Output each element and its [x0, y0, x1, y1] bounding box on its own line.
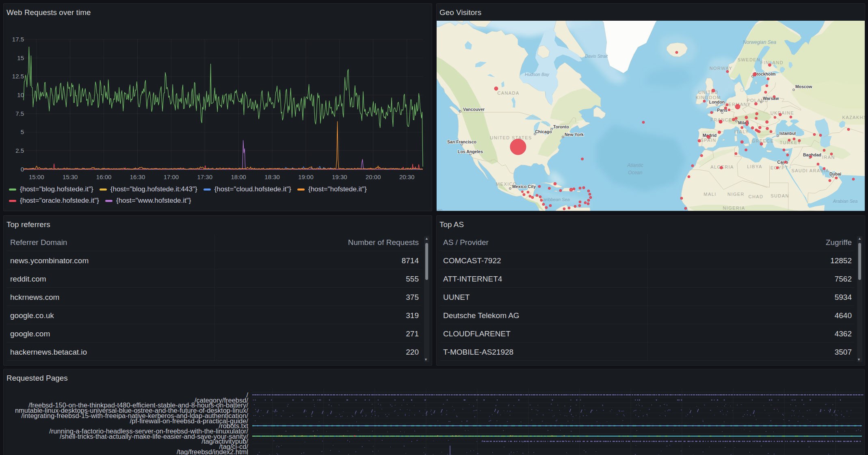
svg-text:NIGER: NIGER	[727, 192, 745, 197]
svg-text:CANADA: CANADA	[497, 91, 519, 95]
svg-text:Ocean: Ocean	[628, 170, 643, 176]
svg-text:19:00: 19:00	[298, 173, 314, 180]
svg-text:Arabian Sea: Arabian Sea	[833, 199, 858, 204]
svg-text:TURKEY: TURKEY	[779, 140, 801, 145]
svg-text:Davis Strait: Davis Strait	[585, 54, 608, 58]
svg-text:15:30: 15:30	[63, 173, 78, 180]
svg-text:Warsaw: Warsaw	[763, 96, 779, 101]
svg-text:UNITED: UNITED	[698, 90, 718, 95]
svg-text:15:00: 15:00	[29, 173, 44, 180]
svg-text:Baghdad: Baghdad	[803, 152, 821, 157]
svg-text:New York: New York	[565, 132, 584, 137]
svg-text:San Francisco: San Francisco	[447, 139, 476, 144]
svg-text:10: 10	[17, 91, 24, 98]
svg-text:Istanbul: Istanbul	[779, 131, 796, 136]
svg-text:Caribbean Sea: Caribbean Sea	[540, 197, 569, 202]
svg-text:Dubai: Dubai	[829, 171, 841, 176]
svg-text:Vancouver: Vancouver	[463, 107, 485, 112]
svg-text:2.5: 2.5	[15, 147, 24, 154]
svg-text:NORWAY: NORWAY	[710, 66, 732, 71]
svg-text:5: 5	[21, 128, 24, 135]
svg-text:Atlantic: Atlantic	[627, 162, 643, 168]
svg-text:CHAD: CHAD	[749, 194, 764, 199]
svg-text:GREECE: GREECE	[752, 139, 774, 143]
svg-text:Toronto: Toronto	[553, 124, 569, 129]
svg-text:SWEDEN: SWEDEN	[738, 57, 761, 62]
svg-text:ITALY: ITALY	[734, 129, 749, 134]
svg-text:17:30: 17:30	[197, 173, 213, 180]
svg-text:Chicago: Chicago	[535, 129, 552, 134]
svg-text:EGYPT: EGYPT	[771, 165, 788, 170]
svg-text:London: London	[709, 100, 725, 104]
svg-text:KAZAKHSTA: KAZAKHSTA	[842, 115, 865, 120]
svg-text:LIBYA: LIBYA	[747, 164, 762, 169]
svg-text:20:30: 20:30	[399, 173, 415, 180]
svg-text:7.5: 7.5	[15, 110, 24, 117]
svg-text:MALI: MALI	[703, 192, 716, 197]
svg-text:ean: ean	[437, 208, 442, 211]
svg-text:NIGERIA: NIGERIA	[723, 206, 745, 210]
svg-text:SUDAN: SUDAN	[771, 193, 789, 198]
svg-text:Norwegian Sea: Norwegian Sea	[743, 39, 776, 45]
svg-text:18:30: 18:30	[264, 173, 280, 180]
svg-text:UNITED STATES: UNITED STATES	[490, 135, 532, 140]
svg-text:Stockholm: Stockholm	[754, 72, 776, 76]
svg-text:Los Angeles: Los Angeles	[458, 149, 483, 154]
svg-text:Moscow: Moscow	[795, 84, 812, 89]
svg-text:18:00: 18:00	[231, 173, 246, 180]
svg-text:Hudson Bay: Hudson Bay	[525, 72, 550, 77]
svg-text:0: 0	[21, 166, 24, 173]
svg-text:UKRAINE: UKRAINE	[771, 110, 794, 115]
svg-text:Mexico City: Mexico City	[512, 184, 536, 189]
svg-text:17.5: 17.5	[12, 36, 24, 43]
svg-text:16:00: 16:00	[96, 173, 112, 180]
svg-text:16:30: 16:30	[130, 173, 145, 180]
svg-text:17:00: 17:00	[164, 173, 179, 180]
svg-text:FINLAND: FINLAND	[760, 60, 784, 65]
svg-text:KINGDOM: KINGDOM	[696, 95, 721, 100]
svg-text:12.5: 12.5	[12, 73, 24, 80]
svg-text:19:30: 19:30	[332, 173, 347, 180]
svg-text:20:00: 20:00	[366, 173, 381, 180]
svg-text:IRAN: IRAN	[822, 155, 835, 160]
svg-text:15: 15	[17, 54, 24, 61]
